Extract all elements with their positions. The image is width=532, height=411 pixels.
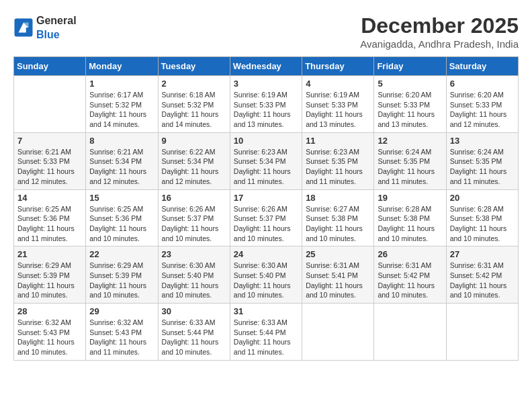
day-info: Sunrise: 6:26 AM Sunset: 5:37 PM Dayligh… — [234, 204, 298, 244]
day-info: Sunrise: 6:19 AM Sunset: 5:33 PM Dayligh… — [234, 90, 298, 130]
weekday-header-row: SundayMondayTuesdayWednesdayThursdayFrid… — [14, 57, 519, 76]
calendar-cell: 3 Sunrise: 6:19 AM Sunset: 5:33 PM Dayli… — [230, 76, 302, 133]
day-info: Sunrise: 6:22 AM Sunset: 5:34 PM Dayligh… — [162, 147, 226, 187]
sunrise-text: Sunrise: 6:20 AM — [450, 91, 504, 99]
day-number: 14 — [17, 193, 82, 203]
sunset-text: Sunset: 5:35 PM — [450, 157, 502, 165]
calendar-cell — [374, 304, 446, 361]
calendar-cell: 11 Sunrise: 6:23 AM Sunset: 5:35 PM Dayl… — [302, 132, 374, 189]
sunset-text: Sunset: 5:38 PM — [450, 214, 502, 222]
day-info: Sunrise: 6:25 AM Sunset: 5:36 PM Dayligh… — [89, 204, 154, 244]
daylight-text: Daylight: 11 hours and 10 minutes. — [378, 281, 435, 300]
day-number: 3 — [234, 79, 298, 89]
day-number: 21 — [17, 249, 82, 259]
day-number: 9 — [162, 136, 226, 146]
daylight-text: Daylight: 11 hours and 10 minutes. — [306, 224, 363, 242]
weekday-header-tuesday: Tuesday — [158, 57, 230, 76]
daylight-text: Daylight: 11 hours and 10 minutes. — [306, 281, 363, 300]
calendar-cell: 17 Sunrise: 6:26 AM Sunset: 5:37 PM Dayl… — [230, 189, 302, 246]
day-number: 18 — [306, 193, 370, 203]
day-number: 10 — [234, 136, 298, 146]
sunset-text: Sunset: 5:37 PM — [162, 214, 214, 222]
day-number: 19 — [378, 193, 442, 203]
day-number: 24 — [234, 249, 298, 259]
calendar-cell: 5 Sunrise: 6:20 AM Sunset: 5:33 PM Dayli… — [374, 76, 446, 133]
day-number: 1 — [89, 79, 154, 89]
sunrise-text: Sunrise: 6:19 AM — [306, 91, 359, 99]
weekday-header-monday: Monday — [86, 57, 158, 76]
daylight-text: Daylight: 11 hours and 13 minutes. — [234, 110, 291, 128]
day-info: Sunrise: 6:17 AM Sunset: 5:32 PM Dayligh… — [89, 90, 154, 130]
calendar-table: SundayMondayTuesdayWednesdayThursdayFrid… — [13, 56, 519, 361]
sunset-text: Sunset: 5:37 PM — [234, 214, 286, 222]
page-header: General Blue December 2025 Avanigadda, A… — [13, 13, 519, 50]
day-info: Sunrise: 6:26 AM Sunset: 5:37 PM Dayligh… — [162, 204, 226, 244]
logo-general-text: General — [36, 15, 77, 26]
calendar-week-row: 7 Sunrise: 6:21 AM Sunset: 5:33 PM Dayli… — [14, 132, 519, 189]
calendar-cell: 13 Sunrise: 6:24 AM Sunset: 5:35 PM Dayl… — [446, 132, 518, 189]
calendar-cell: 8 Sunrise: 6:21 AM Sunset: 5:34 PM Dayli… — [86, 132, 158, 189]
sunrise-text: Sunrise: 6:33 AM — [234, 318, 287, 326]
sunrise-text: Sunrise: 6:32 AM — [17, 318, 71, 326]
sunset-text: Sunset: 5:36 PM — [89, 214, 142, 222]
calendar-cell: 1 Sunrise: 6:17 AM Sunset: 5:32 PM Dayli… — [86, 76, 158, 133]
day-info: Sunrise: 6:19 AM Sunset: 5:33 PM Dayligh… — [306, 90, 370, 130]
day-number: 27 — [450, 249, 515, 259]
day-info: Sunrise: 6:18 AM Sunset: 5:32 PM Dayligh… — [162, 90, 226, 130]
sunset-text: Sunset: 5:41 PM — [306, 271, 358, 279]
calendar-cell: 21 Sunrise: 6:29 AM Sunset: 5:39 PM Dayl… — [14, 246, 86, 304]
day-number: 5 — [378, 79, 442, 89]
daylight-text: Daylight: 11 hours and 10 minutes. — [162, 281, 219, 300]
sunset-text: Sunset: 5:39 PM — [89, 271, 142, 279]
sunrise-text: Sunrise: 6:30 AM — [162, 261, 216, 269]
daylight-text: Daylight: 11 hours and 13 minutes. — [378, 110, 435, 128]
daylight-text: Daylight: 11 hours and 11 minutes. — [17, 224, 75, 242]
daylight-text: Daylight: 11 hours and 14 minutes. — [162, 110, 219, 128]
day-number: 6 — [450, 79, 515, 89]
sunrise-text: Sunrise: 6:32 AM — [89, 318, 143, 326]
sunrise-text: Sunrise: 6:31 AM — [378, 261, 431, 269]
sunset-text: Sunset: 5:33 PM — [234, 101, 286, 109]
sunset-text: Sunset: 5:35 PM — [378, 157, 430, 165]
day-info: Sunrise: 6:21 AM Sunset: 5:34 PM Dayligh… — [89, 147, 154, 187]
day-number: 7 — [17, 136, 82, 146]
daylight-text: Daylight: 11 hours and 12 minutes. — [17, 167, 75, 185]
sunrise-text: Sunrise: 6:23 AM — [306, 148, 359, 156]
sunset-text: Sunset: 5:42 PM — [450, 271, 502, 279]
sunrise-text: Sunrise: 6:20 AM — [378, 91, 431, 99]
day-number: 12 — [378, 136, 442, 146]
daylight-text: Daylight: 11 hours and 10 minutes. — [162, 338, 219, 356]
daylight-text: Daylight: 11 hours and 10 minutes. — [17, 281, 75, 300]
day-info: Sunrise: 6:29 AM Sunset: 5:39 PM Dayligh… — [89, 261, 154, 300]
sunset-text: Sunset: 5:44 PM — [162, 328, 214, 336]
day-info: Sunrise: 6:33 AM Sunset: 5:44 PM Dayligh… — [162, 318, 226, 357]
sunrise-text: Sunrise: 6:29 AM — [17, 261, 71, 269]
sunrise-text: Sunrise: 6:28 AM — [378, 205, 431, 213]
daylight-text: Daylight: 11 hours and 11 minutes. — [89, 338, 146, 356]
sunset-text: Sunset: 5:40 PM — [234, 271, 286, 279]
day-number: 13 — [450, 136, 515, 146]
day-number: 29 — [89, 306, 154, 316]
daylight-text: Daylight: 11 hours and 11 minutes. — [234, 167, 291, 185]
calendar-cell: 27 Sunrise: 6:31 AM Sunset: 5:42 PM Dayl… — [446, 246, 518, 304]
sunset-text: Sunset: 5:33 PM — [378, 101, 430, 109]
logo-blue-text: Blue — [36, 29, 60, 40]
day-info: Sunrise: 6:28 AM Sunset: 5:38 PM Dayligh… — [450, 204, 515, 244]
day-number: 23 — [162, 249, 226, 259]
daylight-text: Daylight: 11 hours and 10 minutes. — [162, 224, 219, 242]
day-info: Sunrise: 6:20 AM Sunset: 5:33 PM Dayligh… — [378, 90, 442, 130]
calendar-cell — [302, 304, 374, 361]
day-number: 20 — [450, 193, 515, 203]
day-number: 17 — [234, 193, 298, 203]
day-info: Sunrise: 6:24 AM Sunset: 5:35 PM Dayligh… — [378, 147, 442, 187]
logo-icon — [13, 17, 34, 38]
day-info: Sunrise: 6:29 AM Sunset: 5:39 PM Dayligh… — [17, 261, 82, 300]
calendar-cell: 24 Sunrise: 6:30 AM Sunset: 5:40 PM Dayl… — [230, 246, 302, 304]
weekday-header-saturday: Saturday — [446, 57, 518, 76]
day-info: Sunrise: 6:27 AM Sunset: 5:38 PM Dayligh… — [306, 204, 370, 244]
weekday-header-thursday: Thursday — [302, 57, 374, 76]
sunset-text: Sunset: 5:39 PM — [17, 271, 70, 279]
sunrise-text: Sunrise: 6:21 AM — [17, 148, 71, 156]
day-number: 4 — [306, 79, 370, 89]
calendar-week-row: 28 Sunrise: 6:32 AM Sunset: 5:43 PM Dayl… — [14, 304, 519, 361]
